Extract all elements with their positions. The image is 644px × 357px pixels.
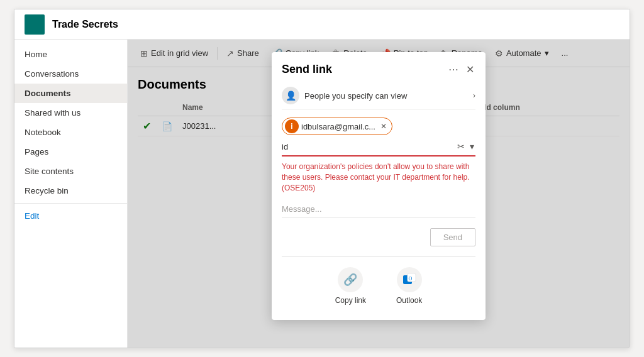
app-logo [25,14,45,35]
outlook-label: Outlook [396,296,422,305]
permission-text: People you specify can view [304,91,407,101]
permission-row[interactable]: 👤 People you specify can view › [282,82,475,110]
app-window: Trade Secrets Home Conversations Documen… [14,9,630,348]
sidebar-item-recycle-bin[interactable]: Recycle bin [14,181,127,200]
sidebar-item-shared[interactable]: Shared with us [14,103,127,123]
send-button[interactable]: Send [430,228,475,246]
dialog-bottom-actions: 🔗 Copy link O [282,256,475,310]
email-tag: i idbulsara@gmail.c... ✕ [282,118,392,135]
sidebar-item-home[interactable]: Home [14,45,127,64]
scissors-icon[interactable]: ✂ [456,140,466,153]
sidebar-item-conversations[interactable]: Conversations [14,64,127,84]
outlook-icon: O [397,267,422,292]
error-message: Your organization's policies don't allow… [282,162,475,193]
sidebar-item-documents[interactable]: Documents [14,84,127,103]
email-avatar: i [285,119,299,133]
dialog-overlay: Send link ⋯ ✕ 👤 People you specify can [128,40,630,348]
sidebar-item-notebook[interactable]: Notebook [14,123,127,142]
input-row: ✂ ▾ [282,140,475,157]
message-placeholder: Message... [282,204,322,214]
input-chevron-icon[interactable]: ▾ [469,140,475,153]
email-address: idbulsara@gmail.c... [301,122,375,131]
outlook-action[interactable]: O Outlook [389,262,430,310]
svg-text:O: O [408,276,412,282]
dialog-header: Send link ⋯ ✕ [272,52,486,82]
dialog-body: 👤 People you specify can view › i idbuls… [272,82,486,320]
send-btn-row: Send [282,228,475,246]
permission-chevron-icon: › [473,91,475,100]
people-icon: 👤 [282,87,299,104]
dialog-header-actions: ⋯ ✕ [447,62,475,77]
main-content: ⊞ Edit in grid view ↗ Share 🔗 Copy link … [128,40,630,348]
copy-link-icon: 🔗 [338,267,363,292]
sidebar-item-pages[interactable]: Pages [14,142,127,162]
app-body: Home Conversations Documents Shared with… [14,40,630,348]
app-header: Trade Secrets [14,9,630,40]
message-area[interactable]: Message... [282,200,475,218]
sidebar-item-edit[interactable]: Edit [14,206,127,226]
email-tag-row: i idbulsara@gmail.c... ✕ [282,118,475,135]
send-link-dialog: Send link ⋯ ✕ 👤 People you specify can [272,52,486,320]
recipient-input[interactable] [282,142,456,151]
sidebar: Home Conversations Documents Shared with… [14,40,128,348]
input-actions: ✂ ▾ [456,140,475,153]
dialog-more-button[interactable]: ⋯ [447,62,460,77]
app-title: Trade Secrets [52,19,118,30]
sidebar-item-site-contents[interactable]: Site contents [14,162,127,181]
sidebar-divider [14,203,127,204]
email-remove-button[interactable]: ✕ [378,123,387,130]
permission-left: 👤 People you specify can view [282,87,407,104]
copy-link-action[interactable]: 🔗 Copy link [328,262,374,310]
copy-link-label: Copy link [335,296,366,305]
dialog-title: Send link [282,63,332,76]
dialog-close-button[interactable]: ✕ [465,62,475,77]
